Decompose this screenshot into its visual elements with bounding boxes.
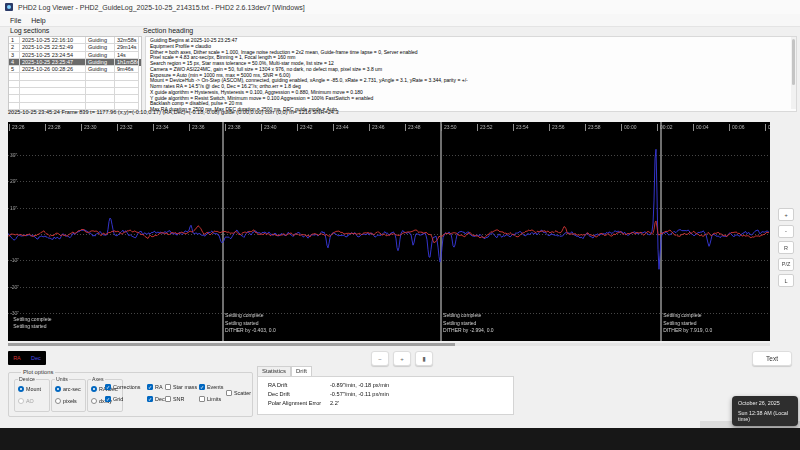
checkbox-dec[interactable]: ✓Dec	[147, 396, 165, 402]
checkbox-icon[interactable]: ✓	[147, 396, 153, 402]
group-units: Unitsarc-secpixels	[51, 379, 86, 412]
time-tick: 23:36	[189, 124, 205, 131]
scrollbar-thumb[interactable]	[792, 39, 795, 85]
time-tick: 00:02	[657, 124, 673, 131]
plot-options-panel: Plot options DeviceMountAOUnitsarc-secpi…	[8, 372, 253, 417]
section-heading-label: Section heading	[143, 27, 193, 34]
checkbox-icon[interactable]	[226, 390, 232, 396]
log-section-row[interactable]: 12025-10-25 22:16:10Guiding32m58s	[9, 37, 141, 44]
drift-row: Dec Drift-0.57"/min, -0.11 px/min	[258, 390, 513, 399]
limits-button[interactable]: L	[778, 274, 794, 287]
ra-only-button[interactable]: R	[778, 241, 794, 254]
checkbox-icon[interactable]	[199, 396, 205, 402]
time-tick: 23:26	[9, 124, 25, 131]
log-section-row[interactable]	[9, 81, 141, 88]
time-tick: 00:08	[765, 124, 770, 131]
radio-arc-sec[interactable]: arc-sec	[55, 386, 81, 392]
plot-options-label: Plot options	[21, 369, 55, 375]
guide-event-annotation: Settling completeSettling started	[13, 316, 51, 331]
checkbox-icon[interactable]: ✓	[199, 384, 205, 390]
radio-ao[interactable]: AO	[18, 398, 34, 404]
log-sections-table[interactable]: 12025-10-25 22:16:10Guiding32m58s22025-1…	[8, 36, 142, 112]
app-icon	[5, 3, 13, 11]
time-tick: 23:32	[117, 124, 133, 131]
text-view-button[interactable]: Text	[752, 351, 792, 366]
checkbox-ra[interactable]: ✓RA	[147, 384, 163, 390]
radio-icon[interactable]	[55, 398, 61, 404]
tooltip-time: Sun 12:38 AM (Local time)	[738, 410, 798, 422]
checkbox-grid[interactable]: ✓Grid	[105, 396, 123, 402]
time-tick: 00:06	[729, 124, 745, 131]
log-section-row[interactable]: 32025-10-25 23:24:54Guiding14s	[9, 52, 141, 59]
arcsec-tick: 10"	[10, 205, 17, 211]
window-titlebar[interactable]: PHD2 Log Viewer - PHD2_GuideLog_2025-10-…	[0, 0, 800, 15]
checkbox-icon[interactable]	[165, 384, 171, 390]
scale-minus-button[interactable]: -	[778, 225, 794, 238]
section-heading-panel: Guiding Begins at 2025-10-25 23:25:47Equ…	[145, 36, 797, 112]
guide-event-annotation: Settling completeSettling startedDITHER …	[663, 312, 712, 335]
radio-icon[interactable]	[91, 386, 97, 392]
radio-mount[interactable]: Mount	[18, 386, 41, 392]
radio-pixels[interactable]: pixels	[55, 398, 77, 404]
radio-icon[interactable]	[18, 398, 24, 404]
guide-event-annotation: Settling completeSettling startedDITHER …	[225, 312, 276, 335]
checkbox-events[interactable]: ✓Events	[199, 384, 223, 390]
log-section-row[interactable]	[9, 95, 141, 102]
time-tick: 23:58	[585, 124, 601, 131]
time-tick: 23:38	[225, 124, 241, 131]
time-tick: 00:04	[693, 124, 709, 131]
checkbox-icon[interactable]: ✓	[147, 384, 153, 390]
zoom-out-button[interactable]: −	[371, 351, 389, 366]
zoom-in-button[interactable]: +	[393, 351, 411, 366]
guide-event-annotation: Settling completeSettling startedDITHER …	[443, 312, 494, 335]
checkbox-icon[interactable]: ✓	[105, 384, 111, 390]
checkbox-snr[interactable]: SNR	[165, 396, 184, 402]
tooltip-date: October 26, 2025	[738, 400, 780, 406]
log-section-row[interactable]	[9, 88, 141, 95]
arcsec-tick: -10"	[10, 257, 19, 263]
time-tick: 23:44	[333, 124, 349, 131]
drift-panel: RA Drift-0.89"/min, -0.18 px/minDec Drif…	[257, 376, 514, 415]
scale-plus-button[interactable]: +	[778, 208, 794, 221]
section-heading-text: Guiding Begins at 2025-10-25 23:25:47Equ…	[150, 38, 780, 112]
time-tick: 23:40	[261, 124, 277, 131]
time-tick: 23:48	[405, 124, 421, 131]
checkbox-limits[interactable]: Limits	[199, 396, 221, 402]
guide-graph[interactable]: 23:2623:2823:3023:3223:3423:3623:3823:40…	[8, 122, 770, 341]
taskbar: ^ ☁ ENG US 12:38 AM 2025-10-26	[0, 428, 800, 450]
log-section-row[interactable]: 42025-10-25 23:25:47Guiding1h1m58s	[9, 59, 141, 66]
group-device: DeviceMountAO	[14, 379, 50, 412]
time-tick: 23:42	[297, 124, 313, 131]
legend-ra: RA	[13, 355, 21, 361]
log-section-row[interactable]: 22025-10-25 22:52:49Guiding29m14s	[9, 44, 141, 51]
checkbox-icon[interactable]	[165, 396, 171, 402]
guide-graph-canvas[interactable]	[8, 122, 770, 341]
radio-icon[interactable]	[91, 398, 97, 404]
checkbox-star-mass[interactable]: Star mass	[165, 384, 197, 390]
checkbox-scatter[interactable]: Scatter	[226, 390, 251, 396]
graph-scrollbar[interactable]	[8, 343, 770, 346]
pixels-arcsec-button[interactable]: P/Z	[778, 258, 794, 271]
arcsec-tick: -20"	[10, 284, 19, 290]
window-title: PHD2 Log Viewer - PHD2_GuideLog_2025-10-…	[18, 4, 305, 11]
time-tick: 23:50	[441, 124, 457, 131]
arcsec-tick: 20"	[10, 178, 17, 184]
legend-dec: Dec	[31, 355, 41, 361]
desktop: PHD2 Log Viewer - PHD2_GuideLog_2025-10-…	[0, 0, 800, 450]
time-tick: 23:30	[81, 124, 97, 131]
checkbox-icon[interactable]: ✓	[105, 396, 111, 402]
section-heading-scrollbar[interactable]	[791, 37, 796, 109]
radio-icon[interactable]	[18, 386, 24, 392]
radio-icon[interactable]	[55, 386, 61, 392]
vertical-scale-button[interactable]: ▮	[415, 351, 433, 366]
log-section-row[interactable]: 52025-10-26 00:28:26Guiding9m46s	[9, 66, 141, 73]
time-tick: 23:46	[369, 124, 385, 131]
menu-file[interactable]: File	[10, 17, 21, 24]
menu-help[interactable]: Help	[31, 17, 45, 24]
log-sections-label: Log sections	[10, 27, 49, 34]
menu-bar: File Help	[0, 14, 800, 27]
clock-tooltip: October 26, 2025 Sun 12:38 AM (Local tim…	[732, 396, 798, 426]
graph-scrollbar-thumb[interactable]	[8, 343, 455, 346]
checkbox-corrections[interactable]: ✓Corrections	[105, 384, 141, 390]
log-section-row[interactable]	[9, 73, 141, 80]
